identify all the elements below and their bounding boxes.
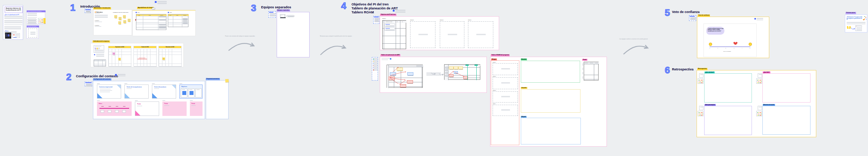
pi-planning-whiteboard[interactable]: Aspectos básicos de la planificación de … [0,0,868,156]
dependency-lines [390,67,464,84]
arrow-to-breakout [229,43,253,51]
next-steps-arrow [851,27,855,29]
connector-overlay [0,0,868,156]
arrow-to-planning [320,46,345,55]
art-mini-arrow-left [431,73,435,74]
art-mini-arrow-right [439,74,443,75]
arrow-to-confidence [624,46,647,54]
